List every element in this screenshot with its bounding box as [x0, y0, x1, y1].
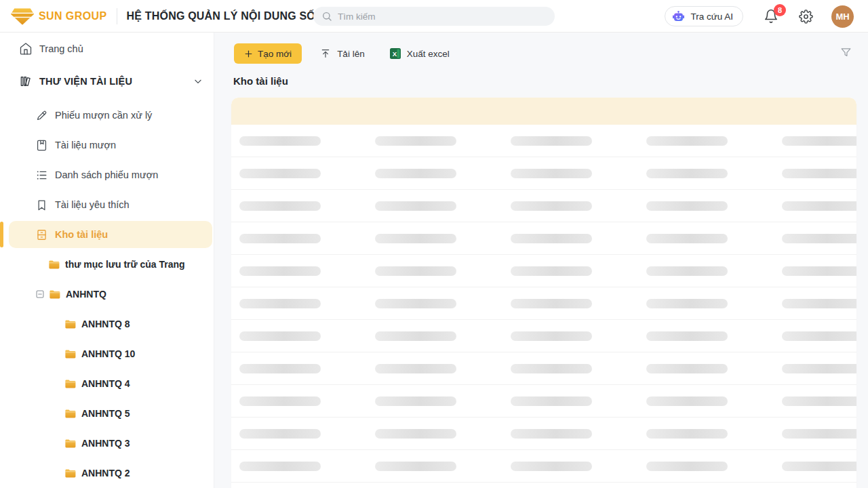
collapse-minus-icon[interactable]: [35, 289, 45, 299]
skeleton-cell: [511, 462, 592, 471]
sidebar-item-home[interactable]: Trang chủ: [0, 33, 214, 65]
skeleton-cell: [511, 136, 592, 146]
main-content: Tạo mới Tải lên: [214, 33, 868, 488]
skeleton-cell: [782, 364, 856, 373]
skeleton-cell: [239, 201, 321, 211]
upload-icon: [320, 48, 331, 59]
skeleton-cell: [782, 169, 856, 178]
folder-label: ANHNTQ 2: [81, 468, 130, 479]
skeleton-row: [231, 483, 856, 488]
library-icon: [19, 75, 33, 88]
search-icon: [321, 11, 332, 22]
skeleton-cell: [511, 201, 592, 211]
folder-item-anhntq-3[interactable]: ANHNTQ 3: [0, 428, 214, 458]
app-window: SUN GROUP HỆ THỐNG QUẢN LÝ NỘI DUNG SỐ: [0, 0, 868, 488]
skeleton-cell: [646, 266, 728, 276]
skeleton-cell: [511, 396, 592, 406]
skeleton-cell: [782, 234, 856, 243]
skeleton-row: [231, 385, 856, 418]
create-new-label: Tạo mới: [258, 49, 292, 59]
sidebar-item-phieu-muon-can-xu-ly[interactable]: Phiếu mượn cần xử lý: [0, 100, 214, 130]
skeleton-row: [231, 287, 856, 320]
skeleton-cell: [646, 234, 728, 243]
folder-icon: [64, 467, 77, 480]
skeleton-cell: [511, 364, 592, 373]
skeleton-cell: [646, 299, 728, 308]
skeleton-cell: [375, 429, 456, 439]
page-title: Kho tài liệu: [233, 75, 856, 87]
upload-button[interactable]: Tải lên: [320, 43, 365, 64]
chevron-down-icon[interactable]: [193, 77, 203, 86]
folder-label: thư mục lưu trữ của Trang: [65, 259, 185, 270]
skeleton-cell: [239, 234, 321, 243]
skeleton-cell: [375, 201, 456, 211]
skeleton-cell: [646, 396, 728, 406]
skeleton-cell: [646, 169, 728, 178]
folder-icon: [64, 437, 77, 450]
document-table-card: [231, 98, 856, 488]
plus-icon: [244, 49, 253, 58]
notifications-button[interactable]: 8: [764, 9, 778, 24]
funnel-icon: [840, 46, 852, 59]
skeleton-cell: [782, 266, 856, 276]
skeleton-row: [231, 418, 856, 450]
folder-item-trang[interactable]: thư mục lưu trữ của Trang: [0, 249, 214, 279]
archive-icon: [35, 228, 48, 241]
skeleton-cell: [239, 462, 321, 471]
ai-lookup-button[interactable]: Tra cứu AI: [665, 6, 743, 26]
skeleton-cell: [239, 136, 321, 146]
skeleton-row: [231, 125, 856, 157]
create-new-button[interactable]: Tạo mới: [234, 43, 302, 64]
skeleton-cell: [239, 429, 321, 439]
sidebar-item-tai-lieu-muon[interactable]: Tài liệu mượn: [0, 130, 214, 160]
filter-button[interactable]: [840, 46, 852, 59]
skeleton-cell: [646, 364, 728, 373]
book-icon: [35, 139, 48, 152]
global-search[interactable]: [313, 7, 555, 26]
skeleton-row: [231, 255, 856, 287]
brand-logo: SUN GROUP: [11, 7, 107, 26]
skeleton-cell: [375, 169, 456, 178]
folder-item-anhntq-5[interactable]: ANHNTQ 5: [0, 399, 214, 428]
sidebar-item-label: Phiếu mượn cần xử lý: [55, 110, 152, 121]
skeleton-cell: [375, 364, 456, 373]
skeleton-cell: [239, 331, 321, 341]
folder-item-anhntq-2[interactable]: ANHNTQ 2: [0, 458, 214, 488]
user-avatar[interactable]: MH: [831, 5, 854, 28]
folder-item-anhntq[interactable]: ANHNTQ: [0, 279, 214, 309]
settings-button[interactable]: [799, 9, 813, 24]
top-bar: SUN GROUP HỆ THỐNG QUẢN LÝ NỘI DUNG SỐ: [0, 0, 868, 33]
skeleton-cell: [239, 364, 321, 373]
sidebar-item-kho-tai-lieu[interactable]: Kho tài liệu: [9, 221, 212, 248]
sidebar-item-label: Trang chủ: [39, 43, 83, 54]
sidebar-item-label: Kho tài liệu: [55, 229, 108, 240]
ai-lookup-label: Tra cứu AI: [690, 12, 733, 22]
folder-label: ANHNTQ: [66, 289, 106, 300]
skeleton-cell: [239, 266, 321, 276]
folder-item-anhntq-4[interactable]: ANHNTQ 4: [0, 369, 214, 399]
sidebar-item-label: Tài liệu yêu thích: [55, 199, 130, 210]
folder-item-anhntq-8[interactable]: ANHNTQ 8: [0, 309, 214, 339]
skeleton-cell: [782, 299, 856, 308]
folder-item-anhntq-10[interactable]: ANHNTQ 10: [0, 339, 214, 369]
export-excel-label: Xuất excel: [407, 49, 450, 59]
header-divider: [117, 8, 117, 24]
sidebar-item-tai-lieu-yeu-thich[interactable]: Tài liệu yêu thích: [0, 190, 214, 220]
skeleton-cell: [375, 234, 456, 243]
skeleton-cell: [646, 136, 728, 146]
toolbar: Tạo mới Tải lên: [234, 43, 856, 64]
skeleton-cell: [375, 299, 456, 308]
skeleton-cell: [782, 429, 856, 439]
sidebar-item-danh-sach-phieu-muon[interactable]: Danh sách phiếu mượn: [0, 160, 214, 190]
upload-label: Tải lên: [337, 49, 365, 59]
search-input[interactable]: [338, 12, 547, 22]
folder-label: ANHNTQ 5: [81, 408, 130, 419]
skeleton-row: [231, 352, 856, 385]
export-excel-button[interactable]: X Xuất excel: [390, 43, 450, 64]
sidebar-section-library[interactable]: THƯ VIỆN TÀI LIỆU: [0, 65, 214, 98]
skeleton-cell: [375, 136, 456, 146]
skeleton-cell: [511, 234, 592, 243]
gear-icon: [799, 9, 813, 24]
folder-icon: [64, 378, 77, 390]
folder-icon: [64, 348, 77, 361]
